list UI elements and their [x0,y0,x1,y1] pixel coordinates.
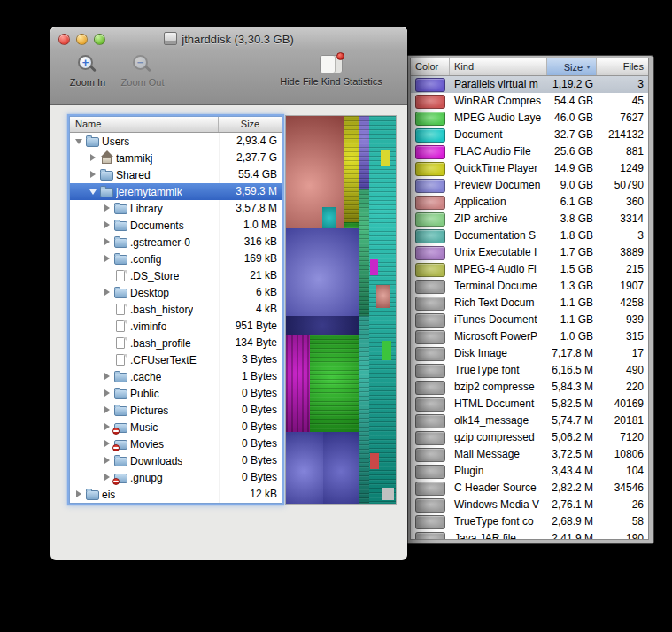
tree-row[interactable]: .gnupg0 Bytes [70,469,282,486]
tree-row[interactable]: Music0 Bytes [70,419,282,435]
tree-row[interactable]: .gstreamer-0316 kB [70,234,282,250]
file-kind-row[interactable]: Documentation S1.8 GB3 [411,227,648,244]
kind-size: 25.6 GB [547,143,597,160]
treemap-region[interactable] [322,207,336,228]
kind-size: 5,82.5 M [547,396,597,412]
file-kind-row[interactable]: Terminal Docume1.3 GB1907 [411,278,648,295]
file-kind-row[interactable]: iTunes Document1.1 GB939 [411,312,648,328]
treemap-region[interactable] [382,488,393,499]
tree-row[interactable]: Desktop6 kB [70,284,282,301]
treemap-region[interactable] [359,116,369,189]
tree-row[interactable]: .DS_Store21 kB [70,267,282,284]
item-size: 1 Bytes [242,368,277,385]
file-kind-row[interactable]: C Header Source2,82.2 M34546 [411,480,648,497]
item-name: Library [130,203,163,215]
file-kind-row[interactable]: olk14_message5,74.7 M20181 [411,412,648,429]
treemap-region[interactable] [286,316,359,335]
file-kind-row[interactable]: MPEG-4 Audio Fi1.5 GB215 [411,261,648,278]
kind-size: 7,17.8 M [547,345,597,362]
tree-row[interactable]: Downloads0 Bytes [70,452,282,469]
file-kind-row[interactable]: TrueType font co2,68.9 M58 [411,513,648,530]
treemap-region[interactable] [344,116,359,222]
file-kind-row[interactable]: Disk Image7,17.8 M17 [411,345,648,362]
tree-row[interactable]: Pictures0 Bytes [70,402,282,419]
treemap-region[interactable] [286,335,310,432]
file-kind-row[interactable]: Java JAR file2,41.9 M190 [411,530,648,540]
zoom-out-button[interactable]: − Zoom Out [114,55,171,88]
file-kind-row[interactable]: Parallels virtual m1,19.2 G3 [411,76,648,93]
treemap-region[interactable] [359,189,369,315]
tree-row[interactable]: tammikj2,37.7 G [70,150,282,166]
folder-icon [85,489,102,501]
tree-row[interactable]: jeremytammik3,59.3 M [70,183,282,200]
file-kind-row[interactable]: Plugin3,43.4 M104 [411,463,648,480]
file-kind-row[interactable]: Windows Media V2,76.1 M26 [411,497,648,513]
file-kind-row[interactable]: Document32.7 GB214132 [411,127,648,143]
file-kind-row[interactable]: HTML Document5,82.5 M40169 [411,396,648,412]
column-header-size[interactable]: Size ▼ [547,58,597,75]
title-bar[interactable]: jtharddisk (3,30.3 GB) + Zoom In − Zoom … [50,27,407,105]
file-kind-row[interactable]: MPEG Audio Laye46.0 GB7627 [411,110,648,127]
kind-name: gzip compressed [450,429,547,446]
kind-color-swatch [415,280,445,294]
folder-icon [113,236,130,249]
kind-name: MPEG Audio Laye [450,110,547,127]
column-header-tree-size[interactable]: Size [219,117,282,132]
tree-row[interactable]: eis12 kB [70,486,282,503]
file-kind-row[interactable]: Microsoft PowerP1.0 GB315 [411,328,648,345]
file-kind-row[interactable]: Unix Executable I1.7 GB3889 [411,244,648,261]
file-kind-row[interactable]: Application6.1 GB360 [411,194,648,211]
kind-name: Terminal Docume [450,278,547,295]
file-kind-row[interactable]: Rich Text Docum1.1 GB4258 [411,295,648,312]
treemap-region[interactable] [369,116,396,504]
tree-row[interactable]: Shared55.4 GB [70,166,282,183]
tree-row[interactable]: .config169 kB [70,250,282,267]
tree-row[interactable]: Library3,57.8 M [70,200,282,217]
file-kind-row[interactable]: Preview Documen9.0 GB50790 [411,177,648,194]
treemap-region[interactable] [310,335,359,432]
file-kind-row[interactable]: FLAC Audio File25.6 GB881 [411,143,648,160]
tree-row[interactable]: .cache1 Bytes [70,368,282,385]
treemap-region[interactable] [286,432,323,504]
tree-row[interactable]: Documents1.0 MB [70,217,282,234]
column-header-name[interactable]: Name [70,117,219,132]
item-name: tammikj [116,152,152,165]
file-kind-row[interactable]: gzip compressed5,06.2 M7120 [411,429,648,446]
kind-name: bzip2 compresse [450,379,547,396]
tree-row[interactable]: .bash_profile134 Byte [70,335,282,351]
tree-row[interactable]: .viminfo951 Byte [70,318,282,335]
file-kind-row[interactable]: TrueType font6,16.5 M490 [411,362,648,379]
treemap-region[interactable] [376,285,390,308]
file-kind-row[interactable]: QuickTime Player14.9 GB1249 [411,160,648,177]
kind-file-count: 1249 [597,160,648,177]
tree-row[interactable]: Movies0 Bytes [70,435,282,452]
tree-row[interactable]: Users2,93.4 G [70,133,282,150]
tree-row[interactable]: .CFUserTextE3 Bytes [70,351,282,368]
treemap-region[interactable] [381,150,390,166]
kind-size: 1.8 GB [547,227,597,244]
column-header-kind[interactable]: Kind [450,58,547,75]
file-kind-row[interactable]: WinRAR Compres54.4 GB45 [411,93,648,110]
treemap-region[interactable] [286,228,359,316]
treemap-region[interactable] [359,316,369,504]
zoom-in-button[interactable]: + Zoom In [63,55,112,88]
treemap-region[interactable] [382,341,391,360]
treemap-region[interactable] [323,432,359,504]
file-kind-row[interactable]: Mail Message3,72.5 M10806 [411,446,648,463]
tree-row[interactable]: Public0 Bytes [70,385,282,402]
kind-color-cell [411,246,450,260]
column-header-color[interactable]: Color [411,58,450,75]
treemap-view[interactable] [286,116,396,504]
folder-icon [113,405,130,417]
item-name: Desktop [130,287,169,299]
kind-file-count: 3 [597,227,648,244]
file-kind-row[interactable]: bzip2 compresse5,84.3 M220 [411,379,648,396]
file-kind-row[interactable]: ZIP archive3.8 GB3314 [411,211,648,227]
kind-file-count: 4258 [597,295,648,312]
tree-row[interactable]: .bash_history4 kB [70,301,282,318]
disk-icon [164,32,177,45]
treemap-region[interactable] [370,453,379,469]
hide-file-kind-statistics-button[interactable]: Hide File Kind Statistics [264,55,398,87]
treemap-region[interactable] [370,259,378,275]
column-header-files[interactable]: Files [597,58,648,75]
